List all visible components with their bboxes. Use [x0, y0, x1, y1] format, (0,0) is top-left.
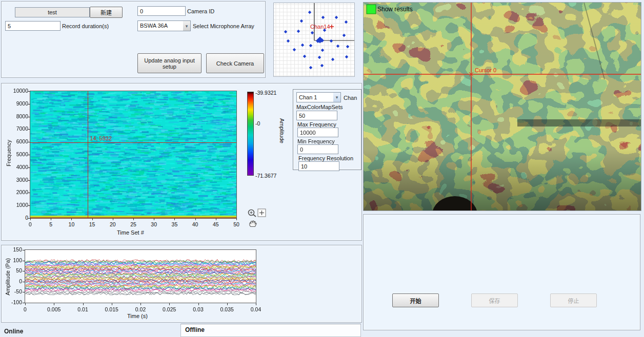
pan-tool-icon[interactable] [250, 221, 256, 226]
spectrogram-ytick: 1000 [9, 202, 28, 208]
update-analog-input-button[interactable]: Update analog input setup [137, 53, 202, 73]
spectrogram-ytick: 2000 [9, 189, 28, 195]
spectrogram-panel: Frequency 14, 5932 Time Set # -39.9321 -… [1, 83, 362, 241]
show-results-label: Show results [377, 6, 413, 13]
spectrogram-xtick: 45 [210, 221, 222, 227]
spectrogram-ytick: 6000 [9, 138, 28, 144]
waveform-ytick: 50 [5, 267, 22, 273]
waveform-traces [25, 250, 256, 303]
check-camera-button[interactable]: Check Camera [206, 53, 264, 73]
spectrogram-cursor-vline[interactable] [88, 91, 88, 218]
max-frequency-field[interactable]: 10000 [297, 128, 338, 137]
spectrogram-ytick: 9000 [9, 100, 28, 107]
waveform-xtick: 0.005 [45, 306, 63, 312]
waveform-xlabel: Time (s) [127, 313, 148, 319]
waveform-xtick: 0.02 [131, 306, 150, 312]
online-status-label: Online [4, 328, 23, 335]
waveform-ytick: -100 [5, 299, 22, 305]
mic-array-plot[interactable]: Chan14 [273, 3, 355, 77]
spectrogram-ytick: 10000 [9, 88, 28, 94]
waveform-xtick: 0.025 [160, 306, 178, 312]
camera-id-field[interactable]: 0 [137, 6, 186, 16]
camera-view[interactable]: Cursor 0 Show results [363, 2, 641, 211]
start-button[interactable]: 开始 [392, 293, 439, 307]
camera-image: Cursor 0 Show results [364, 3, 641, 210]
show-results-checkbox[interactable] [367, 5, 376, 14]
mic-array-dropdown-arrow-icon[interactable]: ▾ [183, 20, 191, 31]
spectrogram-ytick: 0 [9, 215, 28, 221]
setup-panel: test 新建 5 Record duration(s) 0 Camera ID… [1, 1, 266, 78]
spectrogram-ytick: 4000 [9, 164, 28, 170]
svg-text:Chan14: Chan14 [310, 24, 330, 30]
waveform-ytick: 150 [5, 246, 22, 252]
mic-array-select[interactable]: BSWA 36A [137, 20, 184, 31]
spectrogram-cursor-readout: 14, 5932 [90, 135, 112, 141]
colorbar-max-label: -39.9321 [255, 90, 276, 96]
graph-tools [247, 208, 268, 229]
min-frequency-field[interactable]: 0 [297, 144, 338, 154]
channel-dropdown-arrow-icon[interactable]: ▾ [333, 92, 341, 102]
bottom-shadow [364, 149, 641, 210]
spectrogram-xlabel: Time Set # [117, 229, 144, 236]
spectrogram-xtick: 15 [86, 221, 98, 227]
waveform-xtick: 0.03 [189, 306, 208, 312]
offline-status-box: Offline [180, 324, 361, 337]
spectrogram-ytick: 8000 [9, 113, 28, 119]
channel-label: Chan [344, 95, 357, 101]
spectrogram-xtick: 5 [45, 221, 57, 227]
frequency-resolution-label: Frequency Resolution [298, 155, 353, 161]
waveform-plot[interactable] [25, 249, 256, 303]
waveform-ytick: 100 [5, 257, 22, 263]
waveform-xtick: 0.01 [74, 306, 92, 312]
actions-panel: 开始 保存 停止 [363, 214, 640, 330]
spectrogram-ytick: 7000 [9, 125, 28, 132]
waveform-xtick: 0.035 [218, 306, 236, 312]
spectrogram-plot[interactable] [30, 91, 237, 219]
colorbar-title: Amplitude [279, 118, 285, 143]
waveform-xtick: 0 [16, 306, 34, 312]
spectrogram-xtick: 10 [65, 221, 77, 227]
spectrogram-xtick: 35 [168, 221, 180, 227]
spectrogram-heatmap [30, 91, 236, 218]
max-frequency-label: Max Frequency [297, 121, 336, 128]
spectrogram-ytick: 5000 [9, 151, 28, 157]
spectrogram-xtick: 30 [148, 221, 160, 227]
record-duration-label: Record duration(s) [62, 23, 109, 29]
new-project-button[interactable]: 新建 [90, 7, 123, 18]
colorbar-min-label: -71.3677 [255, 173, 276, 179]
spectrogram-xtick: 40 [189, 221, 202, 227]
wall-edge-shadow [517, 119, 641, 127]
max-colormap-label: MaxColorMapSets [296, 104, 343, 110]
waveform-ytick: 0 [5, 278, 22, 284]
spectrogram-ytick: 3000 [9, 177, 28, 183]
mic-array-label: Select Microphone Array [193, 23, 254, 29]
spectrogram-xtick: 20 [107, 221, 119, 227]
mic-array-scatter: Chan14 [274, 3, 354, 76]
display-controls-box: Chan 1 ▾ Chan MaxColorMapSets 50 Max Fre… [293, 89, 361, 170]
spectrogram-xtick: 0 [24, 221, 36, 227]
colorbar-mid-label: -0 [255, 120, 260, 127]
waveform-panel: Amplitude (Pa) Time (s) -100-50050100150… [1, 245, 362, 323]
channel-select[interactable]: Chan 1 [296, 92, 334, 102]
spectrogram-xtick: 50 [230, 221, 243, 227]
camera-id-label: Camera ID [187, 8, 214, 14]
waveform-xtick: 0.015 [103, 306, 121, 312]
frequency-resolution-field[interactable]: 10 [298, 161, 339, 171]
max-colormap-field[interactable]: 50 [296, 111, 337, 120]
waveform-xtick: 0.04 [247, 306, 265, 312]
zoom-tool-icon[interactable] [249, 210, 256, 217]
record-duration-field[interactable]: 5 [5, 21, 61, 31]
cursor-tool-icon[interactable] [258, 209, 266, 217]
save-button[interactable]: 保存 [471, 293, 518, 307]
waveform-ytick: -50 [5, 288, 22, 294]
project-name-field[interactable]: test [15, 7, 90, 17]
camera-cursor-label: Cursor 0 [475, 67, 496, 73]
spectrogram-cursor-hline[interactable] [30, 142, 236, 143]
min-frequency-label: Min Frequency [297, 138, 335, 144]
stop-button[interactable]: 停止 [550, 293, 597, 307]
offline-status-label: Offline [185, 326, 205, 333]
spectrogram-xtick: 25 [127, 221, 139, 227]
colorbar [247, 92, 254, 176]
acoustic-camera-app: test 新建 5 Record duration(s) 0 Camera ID… [0, 0, 644, 337]
